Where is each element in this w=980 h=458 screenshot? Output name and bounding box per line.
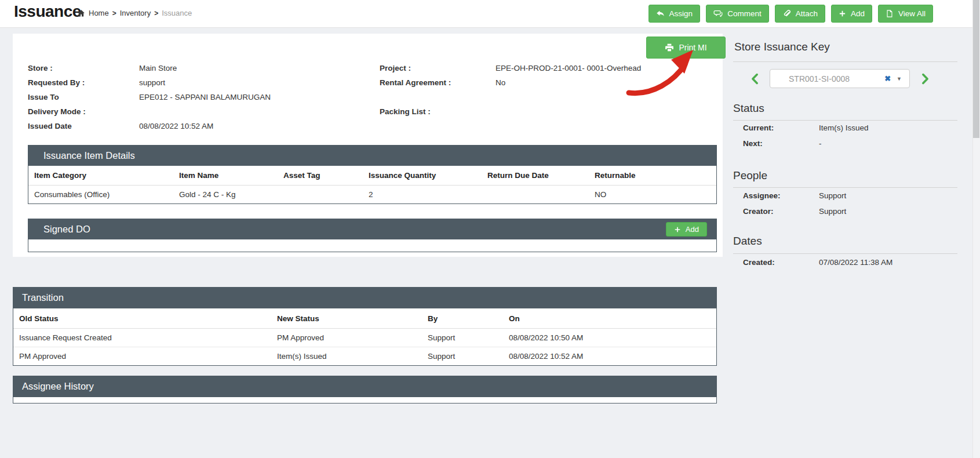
field-label: Delivery Mode : <box>28 107 139 116</box>
cell-item-name: Gold - 24 C - Kg <box>173 186 278 204</box>
print-mi-button[interactable]: Print MI <box>646 37 726 59</box>
dates-created-row: Created: 07/08/2022 11:38 AM <box>743 258 892 267</box>
comment-button[interactable]: Comment <box>706 5 769 23</box>
cell-old-status: Issuance Request Created <box>13 329 271 347</box>
comment-label: Comment <box>727 9 762 18</box>
field-label: Requested By : <box>28 78 139 87</box>
breadcrumb-separator-icon: > <box>112 9 116 17</box>
cell-on: 08/08/2022 10:50 AM <box>503 329 716 347</box>
column-header: Issuance Quantity <box>363 166 482 186</box>
record-key-value: STR001-SI-0008 <box>789 74 850 83</box>
assignee-value: Support <box>819 191 846 200</box>
issuance-page: Issuance Home > Inventory > Issuance Ass… <box>0 0 980 458</box>
signed-do-add-button[interactable]: Add <box>666 222 707 237</box>
cell-old-status: PM Approved <box>13 347 271 366</box>
status-heading: Status <box>733 102 764 115</box>
divider <box>733 120 957 121</box>
add-button[interactable]: Add <box>831 5 872 23</box>
comment-icon <box>713 9 723 18</box>
status-current-value: Item(s) Issued <box>819 123 869 132</box>
created-label: Created: <box>743 258 819 267</box>
field-value: Main Store <box>139 64 177 72</box>
previous-record-button[interactable] <box>749 72 762 85</box>
table-header-row: Item Category Item Name Asset Tag Issuan… <box>28 166 716 186</box>
field-issue-to: Issue To EPE012 - SAPPANI BALAMURUGAN <box>28 90 271 104</box>
field-value: No <box>496 78 505 87</box>
page-title: Issuance <box>14 2 81 21</box>
creator-label: Creator: <box>743 207 819 216</box>
table-row: Consumables (Office) Gold - 24 C - Kg 2 … <box>28 186 716 204</box>
status-current-row: Current: Item(s) Issued <box>743 123 869 132</box>
breadcrumb-inventory[interactable]: Inventory <box>120 9 151 17</box>
people-creator-row: Creator: Support <box>743 207 846 216</box>
breadcrumb-home[interactable]: Home <box>89 9 109 17</box>
issuance-item-details-header: Issuance Item Details <box>28 145 717 166</box>
breadcrumb-current: Issuance <box>162 9 192 17</box>
add-label: Add <box>686 225 699 234</box>
print-mi-label: Print MI <box>679 43 706 52</box>
field-label: Rental Agreement : <box>380 78 496 87</box>
home-icon <box>77 9 85 17</box>
field-packing-list: Packing List : <box>380 104 641 119</box>
field-label: Store : <box>28 64 139 72</box>
assignee-history-header: Assignee History <box>13 376 717 397</box>
spacer <box>380 90 641 104</box>
transition-header: Transition <box>13 287 717 308</box>
assignee-history-section: Assignee History <box>13 376 717 404</box>
attach-button[interactable]: Attach <box>775 5 825 23</box>
attach-label: Attach <box>796 9 818 18</box>
section-title: Signed DO <box>43 224 90 235</box>
printer-icon <box>665 43 674 52</box>
divider <box>733 253 957 254</box>
caret-down-icon[interactable]: ▼ <box>897 76 902 82</box>
divider <box>733 61 957 62</box>
breadcrumb: Home > Inventory > Issuance <box>77 9 192 17</box>
field-label: Issue To <box>28 93 139 101</box>
toolbar: Assign Comment Attach Add View All <box>649 5 933 23</box>
field-label: Project : <box>380 64 496 72</box>
status-next-value: - <box>819 139 822 148</box>
creator-value: Support <box>819 207 846 216</box>
scrollbar-thumb[interactable] <box>973 0 979 138</box>
next-record-button[interactable] <box>919 72 931 85</box>
field-value: 08/08/2022 10:52 AM <box>139 122 213 130</box>
file-icon <box>886 9 894 18</box>
assignee-label: Assignee: <box>743 191 819 200</box>
field-value: EPE-OH-PROD-21-0001- 0001-Overhead <box>496 64 641 72</box>
view-all-button[interactable]: View All <box>878 5 933 23</box>
add-label: Add <box>851 9 865 18</box>
scrollbar-track[interactable] <box>972 0 980 458</box>
table-row: PM Approved Item(s) Issued Support 08/08… <box>13 347 716 366</box>
status-next-row: Next: - <box>743 139 822 148</box>
field-rental-agreement: Rental Agreement : No <box>380 75 641 90</box>
created-value: 07/08/2022 11:38 AM <box>819 258 892 267</box>
record-key-select[interactable]: STR001-SI-0008 ✖ ▼ <box>770 69 910 88</box>
dates-heading: Dates <box>733 235 762 248</box>
status-current-label: Current: <box>743 123 819 132</box>
field-value: support <box>139 78 165 87</box>
cell-returnable: NO <box>589 186 716 204</box>
section-title: Transition <box>22 292 64 303</box>
signed-do-header: Signed DO Add <box>28 219 717 239</box>
cell-by: Support <box>422 347 503 366</box>
reply-icon <box>656 9 665 18</box>
cell-on: 08/08/2022 10:52 AM <box>503 347 716 366</box>
column-header: Returnable <box>589 166 716 186</box>
assign-button[interactable]: Assign <box>649 5 701 23</box>
field-store: Store : Main Store <box>28 61 271 75</box>
assignee-history-body <box>13 397 717 404</box>
clear-icon[interactable]: ✖ <box>884 74 891 83</box>
field-issued-date: Issued Date 08/08/2022 10:52 AM <box>28 119 271 133</box>
issuance-item-details-body: Item Category Item Name Asset Tag Issuan… <box>28 166 717 204</box>
summary-left-column: Store : Main Store Requested By : suppor… <box>28 61 271 133</box>
cell-new-status: Item(s) Issued <box>271 347 422 366</box>
transition-section: Transition Old Status New Status By On I… <box>13 287 717 366</box>
issuance-detail-card: Print MI Store : Main Store Requested By… <box>13 34 723 257</box>
field-project: Project : EPE-OH-PROD-21-0001- 0001-Over… <box>380 61 641 75</box>
issuance-item-details-section: Issuance Item Details Item Category Item… <box>28 145 717 204</box>
column-header: New Status <box>271 308 422 329</box>
field-value: EPE012 - SAPPANI BALAMURUGAN <box>139 93 271 101</box>
signed-do-body <box>28 239 717 252</box>
divider <box>733 187 957 188</box>
transition-table: Old Status New Status By On Issuance Req… <box>13 308 716 365</box>
